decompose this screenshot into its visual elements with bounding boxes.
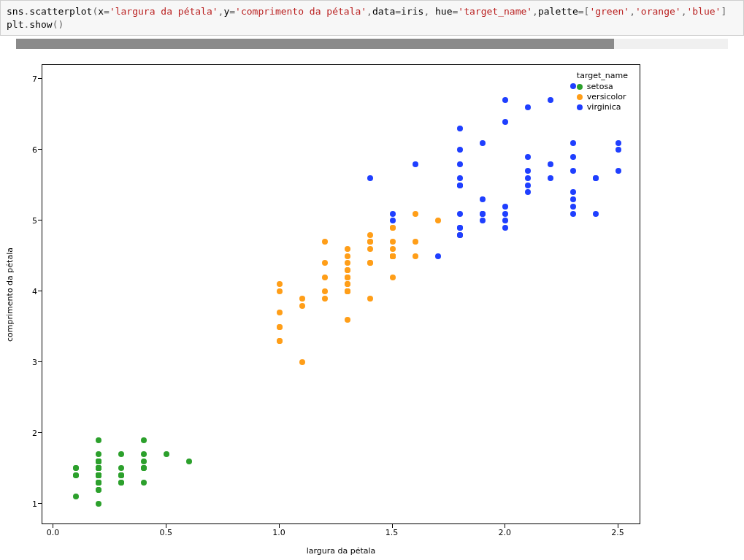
x-axis-label: largura da pétala bbox=[42, 546, 640, 556]
data-point bbox=[118, 472, 124, 478]
data-point bbox=[96, 480, 101, 486]
data-point bbox=[277, 281, 283, 287]
y-tick: 6 bbox=[8, 145, 37, 155]
data-point bbox=[525, 168, 531, 174]
data-point bbox=[502, 218, 508, 223]
data-point bbox=[502, 119, 508, 125]
data-point bbox=[570, 204, 576, 210]
legend-swatch-orange bbox=[577, 94, 583, 100]
data-point bbox=[141, 437, 147, 443]
legend-title: target_name bbox=[577, 71, 628, 80]
data-point bbox=[457, 175, 463, 181]
data-point bbox=[390, 275, 396, 280]
data-point bbox=[525, 183, 531, 188]
data-point bbox=[73, 494, 79, 499]
data-point bbox=[457, 147, 463, 153]
data-point bbox=[480, 140, 486, 146]
x-tick: 1.5 bbox=[386, 528, 399, 537]
data-point bbox=[299, 296, 305, 302]
data-point bbox=[525, 175, 531, 181]
data-point bbox=[435, 253, 441, 259]
data-point bbox=[96, 501, 101, 507]
data-point bbox=[141, 480, 147, 486]
data-point bbox=[345, 260, 350, 266]
data-point bbox=[299, 359, 305, 365]
code-cell: sns.scatterplot(x='largura da pétala',y=… bbox=[0, 0, 744, 36]
scrollbar-thumb[interactable] bbox=[16, 39, 614, 49]
data-point bbox=[502, 225, 508, 231]
data-point bbox=[186, 459, 192, 464]
data-point bbox=[570, 140, 576, 146]
data-point bbox=[277, 310, 283, 315]
data-point bbox=[141, 451, 147, 457]
legend-swatch-blue bbox=[577, 104, 583, 110]
code-pal-2: 'blue' bbox=[686, 6, 721, 17]
data-point bbox=[345, 288, 350, 294]
code-pal-0: 'green' bbox=[589, 6, 629, 17]
data-point bbox=[277, 324, 283, 330]
data-point bbox=[480, 218, 486, 223]
data-point bbox=[390, 253, 396, 259]
data-point bbox=[118, 451, 124, 457]
data-point bbox=[367, 239, 373, 245]
data-point bbox=[390, 225, 396, 231]
data-point bbox=[367, 232, 373, 238]
data-point bbox=[525, 189, 531, 195]
data-point bbox=[435, 218, 441, 223]
data-point bbox=[502, 211, 508, 217]
data-point bbox=[413, 211, 418, 217]
legend-label: versicolor bbox=[587, 92, 626, 101]
x-tick: 1.0 bbox=[272, 528, 285, 537]
data-point bbox=[593, 175, 599, 181]
data-point bbox=[367, 246, 373, 252]
data-point bbox=[457, 232, 463, 238]
data-point bbox=[615, 168, 621, 174]
y-tick: 2 bbox=[8, 429, 37, 438]
x-tick: 2.0 bbox=[499, 528, 512, 537]
x-tick: 2.5 bbox=[611, 528, 624, 537]
data-point bbox=[615, 147, 621, 153]
data-point bbox=[390, 211, 396, 217]
data-point bbox=[345, 253, 350, 259]
x-tick: 0.0 bbox=[47, 528, 60, 537]
data-point bbox=[322, 260, 328, 266]
data-point bbox=[96, 487, 101, 493]
data-point bbox=[457, 225, 463, 231]
data-point bbox=[570, 83, 576, 89]
code-str-y: 'comprimento da pétala' bbox=[235, 6, 367, 17]
data-point bbox=[141, 459, 147, 464]
data-point bbox=[593, 211, 599, 217]
y-tick: 4 bbox=[8, 287, 37, 296]
data-point bbox=[570, 154, 576, 160]
data-point bbox=[525, 154, 531, 160]
data-point bbox=[413, 161, 418, 167]
data-point bbox=[548, 161, 553, 167]
code-str-x: 'largura da pétala' bbox=[110, 6, 218, 17]
data-point bbox=[570, 211, 576, 217]
data-point bbox=[322, 296, 328, 302]
data-point bbox=[73, 465, 79, 471]
notebook-output: sns.scatterplot(x='largura da pétala',y=… bbox=[0, 0, 744, 560]
data-point bbox=[502, 97, 508, 103]
data-point bbox=[118, 480, 124, 486]
y-tick: 5 bbox=[8, 216, 37, 226]
data-point bbox=[413, 239, 418, 245]
data-point bbox=[615, 140, 621, 146]
data-point bbox=[457, 161, 463, 167]
horizontal-scrollbar[interactable] bbox=[16, 39, 728, 49]
data-point bbox=[345, 275, 350, 280]
data-point bbox=[96, 472, 101, 478]
data-point bbox=[345, 267, 350, 273]
data-point bbox=[525, 104, 531, 110]
code-str-hue: 'target_name' bbox=[458, 6, 532, 17]
data-point bbox=[345, 246, 350, 252]
data-point bbox=[457, 126, 463, 131]
legend-swatch-green bbox=[577, 84, 583, 90]
data-point bbox=[118, 465, 124, 471]
legend-item-versicolor: versicolor bbox=[577, 92, 628, 101]
data-point bbox=[457, 183, 463, 188]
y-tick: 1 bbox=[8, 499, 37, 508]
data-point bbox=[141, 465, 147, 471]
data-point bbox=[322, 288, 328, 294]
data-point bbox=[96, 459, 101, 464]
